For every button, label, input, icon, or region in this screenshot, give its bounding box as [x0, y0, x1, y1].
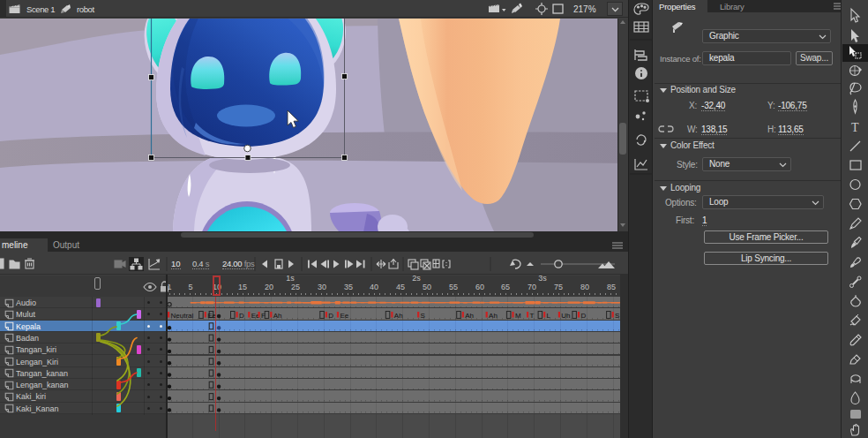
- svg-text:L: L: [547, 312, 551, 320]
- svg-text:T: T: [851, 121, 859, 134]
- svg-text:S: S: [615, 312, 619, 320]
- svg-text:Ah: Ah: [489, 312, 498, 320]
- svg-text:Ah: Ah: [394, 312, 403, 320]
- svg-text:Uh: Uh: [561, 312, 570, 320]
- svg-text:Ee: Ee: [340, 312, 348, 320]
- svg-text:Ah: Ah: [273, 312, 282, 320]
- svg-text:D: D: [328, 312, 333, 320]
- svg-text:D: D: [580, 312, 586, 320]
- svg-text:D: D: [239, 312, 244, 320]
- svg-text:T: T: [530, 312, 535, 320]
- svg-text:Neutral: Neutral: [171, 312, 194, 320]
- svg-text:Ah: Ah: [465, 312, 474, 320]
- svg-text:M: M: [515, 312, 521, 320]
- svg-text:S: S: [421, 312, 425, 320]
